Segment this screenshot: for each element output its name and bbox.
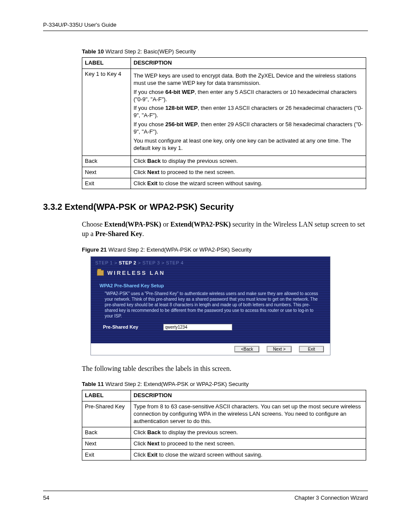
desc-para: You must configure at least one key, onl… bbox=[134, 137, 363, 152]
cell-desc: Click Next to proceed to the next screen… bbox=[131, 167, 366, 178]
table11-caption-rest: Wizard Step 2: Extend(WPA-PSK or WPA2-PS… bbox=[104, 381, 249, 387]
desc-para: If you chose 128-bit WEP, then enter 13 … bbox=[134, 105, 363, 119]
cell-label: Next bbox=[82, 167, 131, 178]
preshared-key-label: Pre-Shared Key bbox=[103, 324, 163, 330]
page-number: 54 bbox=[43, 495, 49, 501]
figure21-caption-prefix: Figure 21 bbox=[82, 246, 107, 253]
back-button[interactable]: <Back bbox=[234, 346, 259, 352]
wizard-footer: <Back Next > Exit bbox=[91, 343, 330, 355]
table10-caption-prefix: Table 10 bbox=[82, 48, 104, 55]
table10-header-label: LABEL bbox=[82, 58, 131, 69]
step-4: STEP 4 bbox=[166, 260, 184, 265]
wizard-steps: STEP 1 > STEP 2 > STEP 3 > STEP 4 bbox=[91, 257, 330, 268]
cell-desc: Click Exit to close the wizard screen wi… bbox=[131, 178, 366, 189]
exit-button[interactable]: Exit bbox=[299, 346, 324, 352]
table-row: Key 1 to Key 4 The WEP keys are used to … bbox=[82, 68, 366, 156]
step-1: STEP 1 bbox=[95, 260, 113, 265]
body-paragraph: Choose Extend(WPA-PSK) or Extend(WPA2-PS… bbox=[82, 220, 368, 238]
table11-caption-prefix: Table 11 bbox=[82, 381, 104, 387]
figure21-caption-rest: Wizard Step 2: Extend(WPA-PSK or WPA2-PS… bbox=[107, 246, 252, 253]
table11: LABEL DESCRIPTION Pre-Shared Key Type fr… bbox=[82, 390, 366, 460]
table-row: Back Click Back to display the previous … bbox=[82, 427, 366, 438]
table10-caption-rest: Wizard Step 2: Basic(WEP) Security bbox=[104, 48, 196, 55]
guide-title: P-334U/P-335U User's Guide bbox=[43, 22, 116, 28]
table-row: Pre-Shared Key Type from 8 to 63 case-se… bbox=[82, 401, 366, 427]
wizard-title-row: WIRELESS LAN bbox=[91, 268, 330, 279]
table10: LABEL DESCRIPTION Key 1 to Key 4 The WEP… bbox=[82, 57, 366, 189]
table-row: Next Click Next to proceed to the next s… bbox=[82, 167, 366, 178]
table-row: Back Click Back to display the previous … bbox=[82, 156, 366, 167]
cell-desc: Click Back to display the previous scree… bbox=[131, 427, 366, 438]
table10-caption: Table 10 Wizard Step 2: Basic(WEP) Secur… bbox=[82, 48, 368, 55]
wizard-description: "WPA2-PSK" uses a "Pre-Shared Key" to au… bbox=[91, 291, 330, 322]
table11-caption: Table 11 Wizard Step 2: Extend(WPA-PSK o… bbox=[82, 381, 368, 387]
step-3: STEP 3 bbox=[143, 260, 160, 265]
section-heading: 3.3.2 Extend(WPA-PSK or WPA2-PSK) Securi… bbox=[43, 202, 368, 212]
preshared-key-input[interactable] bbox=[163, 324, 232, 330]
cell-label: Next bbox=[82, 438, 131, 449]
cell-desc: Click Exit to close the wizard screen wi… bbox=[131, 449, 366, 460]
table11-header-desc: DESCRIPTION bbox=[131, 390, 366, 401]
desc-para: If you chose 256-bit WEP, then enter 29 … bbox=[134, 121, 363, 136]
table10-header-desc: DESCRIPTION bbox=[131, 58, 366, 69]
cell-label: Back bbox=[82, 427, 131, 438]
wizard-screenshot: STEP 1 > STEP 2 > STEP 3 > STEP 4 WIRELE… bbox=[90, 256, 330, 355]
table-row: Exit Click Exit to close the wizard scre… bbox=[82, 449, 366, 460]
next-button[interactable]: Next > bbox=[267, 346, 292, 352]
wizard-title: WIRELESS LAN bbox=[107, 270, 165, 276]
cell-label: Key 1 to Key 4 bbox=[82, 68, 131, 156]
table-row: Exit Click Exit to close the wizard scre… bbox=[82, 178, 366, 189]
folder-icon bbox=[97, 270, 104, 276]
step-2-current: STEP 2 bbox=[119, 260, 137, 265]
cell-label: Exit bbox=[82, 449, 131, 460]
page-footer: 54 Chapter 3 Connection Wizard bbox=[43, 491, 368, 501]
table11-header-label: LABEL bbox=[82, 390, 131, 401]
cell-desc: The WEP keys are used to encrypt data. B… bbox=[131, 68, 366, 156]
page-header: P-334U/P-335U User's Guide bbox=[43, 22, 368, 31]
wizard-field-row: Pre-Shared Key bbox=[91, 322, 330, 343]
table-row: Next Click Next to proceed to the next s… bbox=[82, 438, 366, 449]
wizard-subtitle: WPA2 Pre-Shared Key Setup bbox=[91, 279, 330, 291]
cell-label: Pre-Shared Key bbox=[82, 401, 131, 427]
figure21-caption: Figure 21 Wizard Step 2: Extend(WPA-PSK … bbox=[82, 246, 368, 253]
desc-para: If you chose 64-bit WEP, then enter any … bbox=[134, 89, 363, 103]
cell-label: Back bbox=[82, 156, 131, 167]
body-paragraph-2: The following table describes the labels… bbox=[82, 364, 368, 373]
cell-desc: Click Back to display the previous scree… bbox=[131, 156, 366, 167]
desc-para: The WEP keys are used to encrypt data. B… bbox=[134, 72, 363, 87]
cell-desc: Type from 8 to 63 case-sensitive ASCII c… bbox=[131, 401, 366, 427]
cell-desc: Click Next to proceed to the next screen… bbox=[131, 438, 366, 449]
chapter-label: Chapter 3 Connection Wizard bbox=[294, 495, 368, 501]
cell-label: Exit bbox=[82, 178, 131, 189]
